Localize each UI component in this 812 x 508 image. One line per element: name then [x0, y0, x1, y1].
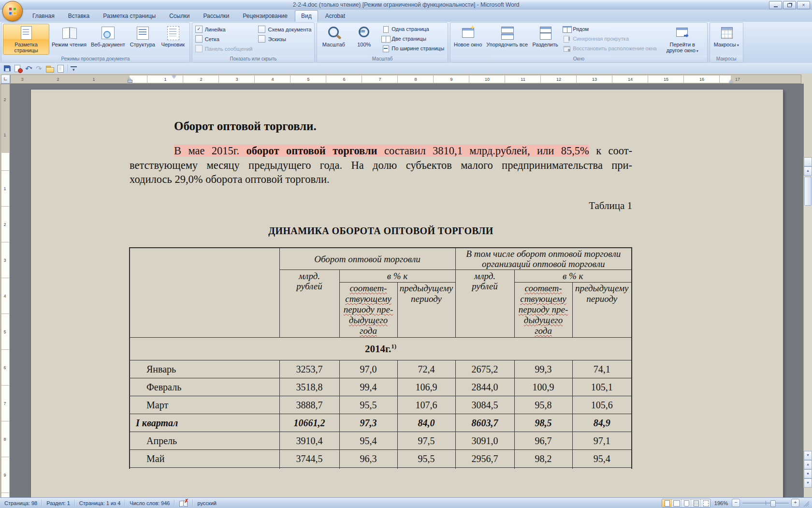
window-option-button[interactable]: Рядом	[561, 25, 659, 33]
ruler-number: 4	[1, 294, 9, 299]
text-run: В мае 2015г.	[174, 145, 246, 157]
office-button[interactable]	[2, 1, 23, 21]
checkbox-box[interactable]	[258, 26, 265, 33]
value-cell: 8603,7	[455, 414, 514, 432]
view-web-button[interactable]	[682, 499, 691, 507]
view-print-layout-button[interactable]	[662, 499, 672, 507]
zoom-button[interactable]: Масштаб	[319, 24, 348, 55]
redo-icon[interactable]	[34, 64, 44, 73]
new-doc-icon[interactable]	[56, 64, 65, 73]
first-line-indent-marker[interactable]	[172, 75, 176, 78]
button-label: Рядом	[573, 26, 589, 32]
save-icon[interactable]	[2, 64, 12, 73]
switch-window-button[interactable]: Перейти в другое окно▾	[659, 24, 706, 55]
tab-Вид[interactable]: Вид	[295, 10, 318, 22]
language-status-button[interactable]: русский	[193, 500, 220, 506]
tab-Разметка страницы[interactable]: Разметка страницы	[97, 10, 162, 22]
checkbox-label: Сетка	[205, 36, 219, 42]
view-mode-button[interactable]: Веб-документ	[89, 24, 127, 55]
tab-Главная[interactable]: Главная	[26, 10, 61, 22]
zoom-level-button[interactable]: 196%	[714, 500, 728, 506]
status-item[interactable]: Раздел: 1	[42, 500, 74, 506]
checkbox-box[interactable]: ✓	[195, 26, 203, 33]
table-container: Оборот оптовой торговли В том числе обор…	[129, 247, 635, 469]
left-indent-marker[interactable]	[128, 80, 132, 83]
value-cell: 84,0	[397, 414, 455, 432]
checkbox-Панель сообщений[interactable]: Панель сообщений	[195, 45, 253, 52]
tab-Рецензирование[interactable]: Рецензирование	[236, 10, 294, 22]
zoom-option-button[interactable]: Две страницы	[379, 34, 446, 43]
value-cell	[572, 468, 632, 469]
open-icon[interactable]	[45, 64, 55, 73]
vertical-scrollbar[interactable]: ▲ ▼ ▲ ● ▼	[803, 157, 812, 488]
checkbox-box[interactable]	[195, 35, 203, 43]
zoom-slider-thumb[interactable]	[770, 500, 776, 507]
switch-window-icon	[674, 25, 691, 41]
view-mode-button[interactable]: Режим чтения	[50, 24, 88, 55]
window-button[interactable]: Разделить	[530, 24, 560, 55]
scroll-down-button[interactable]: ▼	[804, 451, 812, 460]
tab-Рассылки[interactable]: Рассылки	[197, 10, 235, 22]
qat-customize-button[interactable]: ▾	[71, 66, 77, 72]
value-cell: 95,5	[339, 396, 397, 414]
button-label: Веб-документ	[91, 42, 125, 47]
ruler-toggle-button[interactable]	[804, 157, 812, 166]
macros-button[interactable]: Макросы▾	[711, 24, 741, 55]
tab-Вставка[interactable]: Вставка	[62, 10, 96, 22]
checkbox-Линейка[interactable]: ✓Линейка	[195, 26, 253, 33]
view-mode-button[interactable]: Структура	[128, 24, 158, 55]
view-draft-button[interactable]	[701, 499, 710, 507]
scroll-up-button[interactable]: ▲	[804, 166, 812, 176]
value-cell: 95,4	[339, 432, 397, 450]
tab-Acrobat[interactable]: Acrobat	[319, 10, 351, 22]
checkbox-box[interactable]	[258, 35, 265, 43]
header-same-period: соответ- ствующему периоду пре- дыдущего…	[514, 283, 572, 338]
header-pct: в % к	[514, 270, 632, 283]
checkbox-Эскизы[interactable]: Эскизы	[258, 35, 311, 43]
value-cell: 106,9	[397, 378, 455, 396]
tab-selector-button[interactable]: ∟	[1, 75, 10, 84]
spelling-status-button[interactable]	[174, 499, 192, 507]
checkbox-Схема документа[interactable]: Схема документа	[258, 26, 311, 33]
value-cell: 97,0	[339, 360, 397, 378]
restore-button[interactable]	[783, 1, 796, 9]
close-button[interactable]: ×	[797, 1, 810, 9]
previous-page-button[interactable]: ▲	[804, 460, 812, 469]
scrollbar-thumb[interactable]	[804, 177, 812, 206]
select-browse-object-button[interactable]: ●	[804, 469, 812, 478]
status-item[interactable]: Страница: 1 из 4	[75, 500, 125, 506]
zoom-out-button[interactable]: −	[732, 499, 740, 507]
view-outline-button[interactable]	[691, 499, 701, 507]
permissions-icon[interactable]	[13, 64, 23, 73]
text-run: к соот-	[589, 145, 632, 157]
value-cell: 10661,2	[279, 414, 339, 432]
checkbox-box[interactable]	[195, 45, 203, 52]
view-mode-button[interactable]: Черновик	[158, 24, 188, 55]
zoom-100-button[interactable]: 100%	[349, 24, 379, 55]
status-item[interactable]: Число слов: 946	[125, 500, 174, 506]
undo-icon[interactable]	[24, 64, 33, 73]
resize-grip[interactable]	[803, 500, 809, 507]
checkbox-Сетка[interactable]: Сетка	[195, 35, 253, 43]
status-item[interactable]: Страница: 98	[0, 500, 42, 506]
month-cell: Апрель	[130, 432, 279, 450]
window-button[interactable]: Новое окно	[452, 24, 484, 55]
tab-Ссылки[interactable]: Ссылки	[163, 10, 196, 22]
vertical-ruler: 21123456789	[0, 84, 10, 498]
web-layout-icon	[100, 25, 116, 41]
view-mode-button[interactable]: Разметка страницы	[3, 24, 49, 55]
value-cell: 105,6	[572, 396, 632, 414]
right-indent-marker[interactable]	[729, 80, 733, 83]
minimize-button[interactable]	[769, 1, 782, 9]
zoom-in-button[interactable]: +	[791, 499, 799, 507]
window-option-button: Синхронная прокрутка	[561, 34, 659, 43]
window-button[interactable]: Упорядочить все	[484, 24, 530, 55]
ruler-number: 17	[735, 77, 740, 82]
zoom-slider-track[interactable]	[742, 499, 789, 507]
zoom-100-icon	[356, 25, 372, 41]
view-reading-button[interactable]	[672, 499, 682, 507]
zoom-option-button[interactable]: Одна страница	[379, 25, 446, 33]
zoom-option-button[interactable]: По ширине страницы	[379, 44, 446, 53]
document-page[interactable]: Оборот оптовой торговли. В мае 2015г. об…	[31, 90, 783, 498]
next-page-button[interactable]: ▼	[804, 478, 812, 488]
